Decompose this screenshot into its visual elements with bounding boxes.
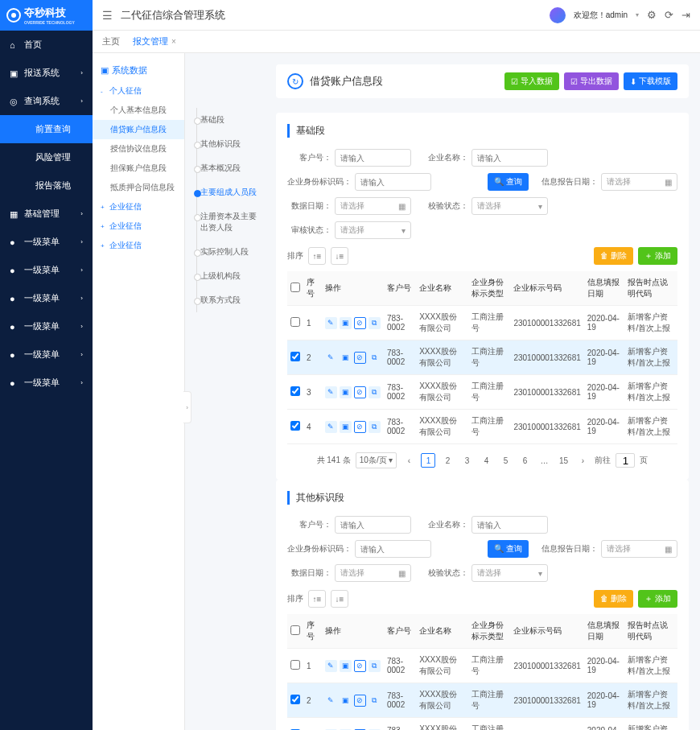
- logout-icon[interactable]: ⇥: [681, 9, 690, 21]
- page-number[interactable]: 6: [517, 453, 532, 468]
- copy-icon[interactable]: ⧉: [369, 386, 381, 398]
- edit-icon[interactable]: ✎: [325, 352, 337, 364]
- close-icon[interactable]: ×: [171, 37, 176, 46]
- sort-asc-button[interactable]: ↑≡: [308, 590, 326, 608]
- view-icon[interactable]: ▣: [340, 660, 352, 672]
- view-icon[interactable]: ▣: [340, 386, 352, 398]
- page-number[interactable]: 5: [498, 453, 513, 468]
- dropdown-icon[interactable]: ▾: [636, 11, 639, 19]
- expand-icon[interactable]: +: [101, 242, 107, 250]
- row-checkbox[interactable]: [290, 317, 300, 327]
- view-icon[interactable]: ▣: [340, 317, 352, 329]
- company-input[interactable]: [471, 149, 548, 167]
- page-number[interactable]: 1: [421, 453, 435, 468]
- view-icon[interactable]: ▣: [340, 421, 352, 433]
- expand-icon[interactable]: +: [101, 223, 107, 230]
- page-number[interactable]: …: [537, 453, 551, 468]
- export-button[interactable]: ☑导出数据: [564, 72, 619, 90]
- anchor-link[interactable]: 基本概况段: [196, 156, 265, 180]
- page-size-select[interactable]: 10条/页 ▾: [356, 452, 397, 468]
- settings-icon[interactable]: ⚙: [647, 9, 657, 21]
- sort-desc-button[interactable]: ↓≡: [331, 590, 348, 608]
- checkbox-all[interactable]: [290, 283, 300, 292]
- anchor-link[interactable]: 联系方式段: [196, 288, 265, 312]
- delete-button[interactable]: 🗑 删除: [594, 590, 633, 608]
- copy-icon[interactable]: ⧉: [369, 660, 381, 672]
- collapse-handle-icon[interactable]: ›: [183, 391, 191, 423]
- view-icon[interactable]: ▣: [340, 352, 352, 364]
- refresh-icon[interactable]: ⟳: [665, 9, 673, 21]
- audit-status-select[interactable]: 请选择▾: [335, 221, 411, 239]
- delete-button[interactable]: 🗑 删除: [594, 247, 633, 265]
- goto-page-input[interactable]: [616, 453, 635, 468]
- checkbox-all[interactable]: [290, 625, 300, 635]
- nav-item[interactable]: ● 一级菜单 ›: [0, 284, 93, 312]
- anchor-link[interactable]: 基础段: [196, 108, 265, 132]
- row-checkbox[interactable]: [290, 660, 300, 670]
- edit-icon[interactable]: ✎: [325, 695, 337, 707]
- add-button[interactable]: ＋ 添加: [638, 590, 677, 608]
- reportDate-select[interactable]: 请选择▦: [601, 540, 677, 558]
- edit-icon[interactable]: ✎: [325, 660, 337, 672]
- tree-node[interactable]: 个人基本信息段: [93, 101, 184, 120]
- anchor-link[interactable]: 上级机构段: [196, 264, 265, 288]
- idcode-input[interactable]: [355, 540, 431, 558]
- tree-node[interactable]: 担保账户信息段: [93, 159, 184, 178]
- customer-input[interactable]: [335, 516, 411, 534]
- copy-icon[interactable]: ⧉: [369, 352, 381, 364]
- row-checkbox[interactable]: [290, 695, 300, 704]
- customer-input[interactable]: [335, 149, 411, 167]
- check-icon[interactable]: ⊘: [354, 695, 366, 707]
- idcode-input[interactable]: [355, 173, 431, 191]
- tree-node[interactable]: + 企业征信: [93, 236, 184, 255]
- next-page-button[interactable]: ›: [575, 453, 590, 468]
- add-button[interactable]: ＋ 添加: [638, 247, 677, 265]
- copy-icon[interactable]: ⧉: [369, 421, 381, 433]
- nav-item[interactable]: ● 一级菜单 ›: [0, 369, 93, 397]
- dataDate-select[interactable]: 请选择▦: [335, 197, 411, 215]
- row-checkbox[interactable]: [290, 386, 300, 396]
- expand-icon[interactable]: +: [101, 204, 107, 211]
- edit-icon[interactable]: ✎: [325, 317, 337, 329]
- nav-item[interactable]: ● 一级菜单 ›: [0, 228, 93, 256]
- copy-icon[interactable]: ⧉: [369, 695, 381, 707]
- dataDate-select[interactable]: 请选择▦: [335, 564, 411, 582]
- sort-desc-button[interactable]: ↓≡: [331, 247, 348, 265]
- expand-icon[interactable]: -: [101, 88, 107, 95]
- check-status-select[interactable]: 请选择▾: [471, 564, 548, 582]
- tab[interactable]: 主页: [102, 35, 120, 47]
- tree-node[interactable]: + 企业征信: [93, 197, 184, 217]
- nav-item[interactable]: ⌂ 首页: [0, 31, 93, 59]
- anchor-link[interactable]: 主要组成人员段: [196, 180, 265, 204]
- tree-node[interactable]: + 企业征信: [93, 217, 184, 236]
- tab[interactable]: 报文管理 ×: [133, 35, 176, 47]
- nav-item[interactable]: ▣ 报送系统 ›: [0, 59, 93, 87]
- tree-node[interactable]: 授信协议信息段: [93, 139, 184, 159]
- row-checkbox[interactable]: [290, 421, 300, 431]
- check-icon[interactable]: ⊘: [354, 660, 366, 672]
- query-button[interactable]: 🔍 查询: [488, 540, 529, 558]
- import-button[interactable]: ☑导入数据: [504, 72, 559, 90]
- check-icon[interactable]: ⊘: [354, 317, 366, 329]
- check-status-select[interactable]: 请选择▾: [471, 197, 548, 215]
- download-button[interactable]: ⬇下载模版: [624, 72, 677, 90]
- page-number[interactable]: 3: [459, 453, 474, 468]
- nav-item[interactable]: 报告落地: [0, 171, 93, 200]
- check-icon[interactable]: ⊘: [354, 352, 366, 364]
- anchor-link[interactable]: 实际控制人段: [196, 240, 265, 264]
- view-icon[interactable]: ▣: [340, 695, 352, 707]
- check-icon[interactable]: ⊘: [354, 386, 366, 398]
- prev-page-button[interactable]: ‹: [401, 453, 416, 468]
- company-input[interactable]: [471, 516, 548, 534]
- nav-item[interactable]: 风险管理: [0, 143, 93, 171]
- nav-item[interactable]: ● 一级菜单 ›: [0, 312, 93, 340]
- edit-icon[interactable]: ✎: [325, 386, 337, 398]
- tree-node[interactable]: 抵质押合同信息段: [93, 178, 184, 197]
- menu-toggle-icon[interactable]: ☰: [102, 9, 113, 22]
- check-icon[interactable]: ⊘: [354, 421, 366, 433]
- nav-item[interactable]: ▦ 基础管理 ›: [0, 200, 93, 228]
- nav-item[interactable]: 前置查询: [0, 115, 93, 143]
- tree-node[interactable]: - 个人征信: [93, 81, 184, 101]
- row-checkbox[interactable]: [290, 352, 300, 361]
- anchor-link[interactable]: 注册资本及主要出资人段: [196, 204, 265, 240]
